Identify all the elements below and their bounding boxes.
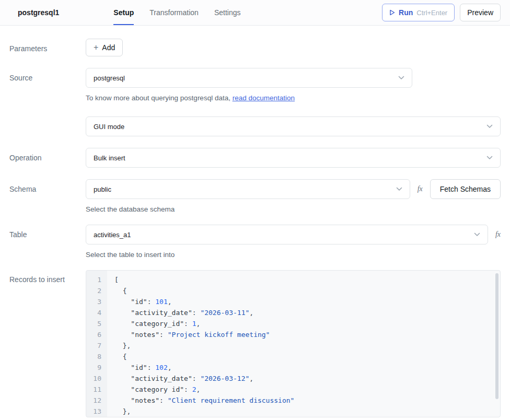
query-header: postgresql1 Setup Transformation Setting… — [0, 0, 510, 26]
query-title[interactable]: postgresql1 — [18, 8, 59, 17]
tab-transformation[interactable]: Transformation — [149, 0, 199, 25]
code-line: 10 "activity_date": "2026-03-12", — [86, 373, 500, 384]
code-lines: 1[2 {3 "id": 101,4 "activity_date": "202… — [86, 274, 500, 417]
add-label: Add — [102, 43, 115, 52]
table-help-text: Select the table to insert into — [86, 251, 501, 259]
line-number: 4 — [86, 307, 107, 318]
query-editor-panel: postgresql1 Setup Transformation Setting… — [0, 0, 510, 420]
table-select-value: activities_a1 — [94, 231, 131, 239]
schema-select-value: public — [94, 185, 111, 193]
line-number: 7 — [86, 340, 107, 351]
play-icon — [389, 9, 395, 16]
read-documentation-link[interactable]: read documentation — [233, 94, 295, 102]
line-number: 8 — [86, 351, 107, 362]
code-line: 3 "id": 101, — [86, 296, 500, 307]
schema-label: Schema — [9, 179, 67, 213]
run-button[interactable]: Run Ctrl+Enter — [382, 4, 455, 21]
mode-select[interactable]: GUI mode — [86, 116, 501, 136]
fx-toggle-icon[interactable]: fx — [495, 230, 501, 239]
source-help-text: To know more about querying postgresql d… — [86, 94, 501, 102]
line-number: 2 — [86, 285, 107, 296]
code-line: 8 { — [86, 351, 500, 362]
run-shortcut: Ctrl+Enter — [416, 9, 447, 17]
schema-select[interactable]: public — [86, 179, 410, 199]
source-help-prefix: To know more about querying postgresql d… — [86, 94, 233, 102]
add-parameter-button[interactable]: + Add — [86, 39, 123, 56]
code-line: 7 }, — [86, 340, 500, 351]
source-select-value: postgresql — [94, 74, 125, 82]
plus-icon: + — [94, 43, 98, 52]
records-label: Records to insert — [9, 270, 67, 417]
chevron-down-icon — [486, 156, 493, 160]
line-number: 3 — [86, 296, 107, 307]
line-number: 9 — [86, 362, 107, 373]
operation-select-value: Bulk insert — [94, 154, 125, 162]
line-number: 11 — [86, 384, 107, 395]
line-number: 13 — [86, 406, 107, 417]
records-row: Records to insert 1[2 {3 "id": 101,4 "ac… — [9, 270, 501, 417]
line-number: 12 — [86, 395, 107, 406]
code-line: 2 { — [86, 285, 500, 296]
source-select[interactable]: postgresql — [86, 68, 412, 88]
table-row: Table activities_a1 fx Select the table … — [9, 225, 501, 259]
line-number: 5 — [86, 318, 107, 329]
records-code-editor[interactable]: 1[2 {3 "id": 101,4 "activity_date": "202… — [86, 270, 501, 417]
chevron-down-icon — [398, 76, 404, 80]
tab-settings[interactable]: Settings — [214, 0, 241, 25]
code-line: 1[ — [86, 274, 500, 285]
operation-label: Operation — [9, 148, 67, 168]
code-line: 11 "category id": 2, — [86, 384, 500, 395]
query-tabs: Setup Transformation Settings — [113, 0, 240, 25]
mode-row: GUI mode — [9, 116, 501, 136]
schema-help-text: Select the database schema — [86, 205, 501, 213]
tab-setup[interactable]: Setup — [113, 0, 134, 25]
mode-select-value: GUI mode — [94, 123, 124, 131]
operation-row: Operation Bulk insert — [9, 148, 501, 168]
code-line: 13 }, — [86, 406, 500, 417]
schema-row: Schema public fx Fetch Schemas Select th… — [9, 179, 501, 213]
line-number: 10 — [86, 373, 107, 384]
fx-toggle-icon[interactable]: fx — [418, 185, 423, 193]
query-setup-form: Parameters + Add Source postgresql To — [0, 26, 510, 417]
code-line: 5 "category_id": 1, — [86, 318, 500, 329]
fetch-schemas-button[interactable]: Fetch Schemas — [430, 179, 501, 199]
editor-scrollbar[interactable] — [495, 273, 499, 399]
table-select[interactable]: activities_a1 — [86, 225, 488, 244]
code-line: 6 "notes": "Project kickoff meeting" — [86, 329, 500, 340]
run-label: Run — [399, 8, 413, 17]
mode-label-spacer — [9, 116, 67, 136]
table-label: Table — [9, 225, 67, 259]
code-line: 9 "id": 102, — [86, 362, 500, 373]
code-line: 4 "activity_date": "2026-03-11", — [86, 307, 500, 318]
chevron-down-icon — [396, 187, 402, 191]
operation-select[interactable]: Bulk insert — [86, 148, 501, 168]
chevron-down-icon — [486, 124, 493, 129]
source-row: Source postgresql To know more about que… — [9, 68, 501, 102]
header-actions: Run Ctrl+Enter Preview — [382, 0, 501, 25]
source-label: Source — [9, 68, 67, 102]
preview-button[interactable]: Preview — [460, 4, 501, 21]
code-line: 12 "notes": "Client requirement discussi… — [86, 395, 500, 406]
parameters-row: Parameters + Add — [9, 39, 501, 56]
line-number: 6 — [86, 329, 107, 340]
parameters-label: Parameters — [9, 39, 67, 56]
chevron-down-icon — [474, 232, 480, 237]
line-number: 1 — [86, 274, 107, 285]
